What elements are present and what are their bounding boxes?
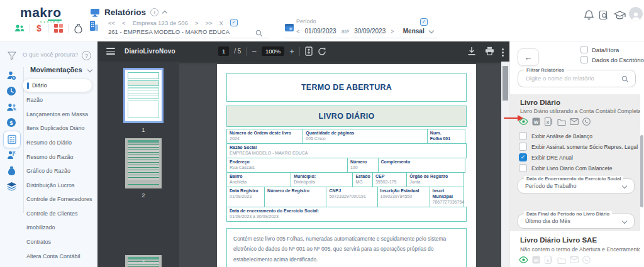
sidebar-item-resumo-do-diario[interactable]: Resumo do Diário: [26, 139, 72, 146]
rail-calculator-icon-selected[interactable]: [3, 131, 21, 148]
export-word-icon[interactable]: W: [531, 117, 541, 126]
sidebar-item-altera-conta-contabil[interactable]: Altera Conta Contábil: [26, 253, 80, 259]
company-next-button[interactable]: >: [195, 19, 199, 26]
period-filter-checkbox[interactable]: ✓: [420, 18, 428, 26]
sidebar-item-itens-duplicados-diario[interactable]: Itens Duplicados Diário: [26, 125, 85, 131]
assinat-socio-checkbox[interactable]: [519, 143, 527, 151]
rail-user-report-icon[interactable]: [6, 150, 17, 161]
sidebar-item-distribuicao-lucros[interactable]: Distribuição Lucros: [26, 182, 75, 188]
option-label: Exibir Assinat. somente Sócio Repres. Le…: [531, 144, 638, 150]
page-number-input[interactable]: 1: [218, 46, 229, 56]
send-whatsapp-icon[interactable]: [582, 117, 591, 126]
doc-field: Complemento: [378, 158, 465, 173]
export-folder-icon[interactable]: [557, 117, 566, 126]
company-first-button[interactable]: <<: [108, 19, 115, 26]
export-excel-icon[interactable]: x: [544, 117, 553, 126]
money-bag-icon[interactable]: [69, 23, 87, 34]
sidebar-item-grafico-do-razao[interactable]: Gráfico do Razão: [26, 168, 70, 174]
zoom-in-button[interactable]: +: [289, 47, 294, 55]
analise-balanco-checkbox[interactable]: [519, 132, 527, 140]
report-section-livro-sae[interactable]: Livro Diário Livro SAE Não contem o term…: [510, 231, 640, 267]
period-end-date[interactable]: 30/09/2023: [354, 28, 386, 35]
search-icon[interactable]: [621, 75, 629, 83]
rail-funds-bag-icon[interactable]: [6, 165, 17, 177]
building-icon: [89, 20, 99, 31]
panel-scrollbar-thumb[interactable]: [640, 135, 643, 207]
info-icon[interactable]: i: [150, 8, 158, 16]
company-prev-button[interactable]: <: [122, 19, 126, 26]
rail-dollar-coin-icon[interactable]: $: [6, 117, 17, 128]
sidebar-item-resumo-do-razao[interactable]: Resumo do Razão: [26, 154, 74, 160]
dre-anual-checkbox-checked[interactable]: ✓: [519, 153, 527, 161]
period-mode-select[interactable]: Mensal: [403, 28, 425, 35]
rail-users-icon[interactable]: [6, 101, 17, 112]
livro-balancete-checkbox[interactable]: [519, 164, 527, 172]
rail-layers-icon[interactable]: [6, 180, 17, 192]
company-clear-button[interactable]: X: [219, 19, 223, 26]
fit-page-icon[interactable]: [305, 46, 313, 56]
menu-hamburger-icon[interactable]: [106, 46, 115, 57]
user-avatar[interactable]: [629, 7, 643, 21]
rotate-icon[interactable]: [318, 47, 326, 56]
checkbox-label: Data/Hora: [592, 46, 619, 53]
graduation-cap-icon[interactable]: [614, 11, 626, 20]
app-logo[interactable]: makro system: [20, 6, 62, 23]
doc-field: CNPJ507233297000191: [326, 187, 377, 207]
company-last-button[interactable]: >>: [205, 19, 212, 26]
filter-funnel-icon[interactable]: [8, 52, 16, 60]
company-filter-checkbox[interactable]: ✓: [230, 19, 238, 26]
sidebar-item-controle-de-clientes[interactable]: Controle de Clientes: [26, 210, 78, 217]
clients-icon[interactable]: [10, 23, 29, 34]
help-icon[interactable]: ?: [82, 51, 91, 60]
send-email-icon[interactable]: [569, 117, 579, 126]
quick-access-icons: $: [10, 23, 87, 34]
doc-field: Número100: [347, 158, 379, 173]
sidebar-item-diario-active[interactable]: Diário: [23, 79, 92, 92]
notifications-bell-icon[interactable]: [584, 9, 594, 21]
view-eye-icon[interactable]: [519, 255, 528, 264]
back-button[interactable]: ←: [518, 48, 539, 66]
chevron-down-icon[interactable]: [428, 28, 433, 33]
datetime-check-row: Data/Hora: [580, 46, 619, 53]
download-icon[interactable]: [467, 46, 476, 56]
sidebar-item-razao[interactable]: Razão: [26, 97, 43, 103]
pdf-scrollbar-thumb[interactable]: [502, 66, 508, 101]
report-title: Livro Diário Livro SAE: [520, 236, 597, 244]
doc-field: Data de encerramento do Exercício Social…: [226, 207, 467, 222]
report-section-livro-diario[interactable]: Livro Diário Livro Diário utilizando a C…: [510, 94, 640, 231]
pdf-page-controls: 1 / 5 − 100% +: [218, 41, 326, 62]
doc-field: Número de Registro: [264, 187, 326, 207]
divider: [104, 38, 269, 38]
sidebar-item-controle-de-fornecedores[interactable]: Controle de Fornecedores: [26, 196, 92, 202]
office-data-checkbox[interactable]: [580, 56, 588, 63]
zoom-level[interactable]: 100%: [262, 46, 284, 56]
sidebar-item-contratos[interactable]: Contratos: [26, 239, 51, 245]
period-prev-button[interactable]: <: [296, 28, 300, 35]
rail-user-settings-icon[interactable]: [6, 70, 17, 81]
apps-grid-icon[interactable]: [49, 23, 68, 34]
more-options-kebab-icon[interactable]: [502, 47, 504, 58]
period-next-button[interactable]: >: [391, 28, 394, 35]
pdf-viewer: DiarioLivroNovo 1 / 5 − 100% +: [97, 41, 509, 267]
select-data-final-periodo[interactable]: Data Final do Período no Livro Diário Úl…: [518, 214, 635, 229]
sidebar-item-lancamentos-em-massa[interactable]: Lançamentos em Massa: [26, 111, 88, 117]
doc-table-row: Número de Ordem deste livro2024 Quantida…: [226, 129, 467, 144]
select-data-encerramento[interactable]: Data de Encerramento do Exercício Social…: [518, 178, 635, 193]
period-start-date[interactable]: 01/09/2023: [305, 28, 336, 35]
thumbnail-page-1[interactable]: [125, 70, 162, 121]
app-window: makro system $ Relatórios i << <: [0, 0, 644, 267]
sidebar-search-input[interactable]: [21, 50, 79, 58]
datetime-checkbox[interactable]: [580, 46, 588, 53]
financial-icon[interactable]: $: [30, 23, 48, 34]
document-search-icon[interactable]: [599, 10, 609, 20]
search-icon[interactable]: [255, 30, 263, 37]
zoom-out-button[interactable]: −: [252, 47, 257, 55]
rail-clock-icon[interactable]: [6, 85, 17, 97]
person-icon: [631, 11, 641, 21]
sidebar-item-imobilizado[interactable]: Imobilizado: [26, 224, 55, 231]
company-name: 261 - EMPRESA MODELO - MAKRO EDUCA: [108, 28, 230, 35]
collapse-chevron-icon[interactable]: [162, 11, 167, 16]
thumbnail-page-2[interactable]: [125, 138, 162, 188]
sidebar-section-movimentacoes[interactable]: Movimentações: [30, 66, 92, 74]
print-icon[interactable]: [485, 46, 494, 55]
